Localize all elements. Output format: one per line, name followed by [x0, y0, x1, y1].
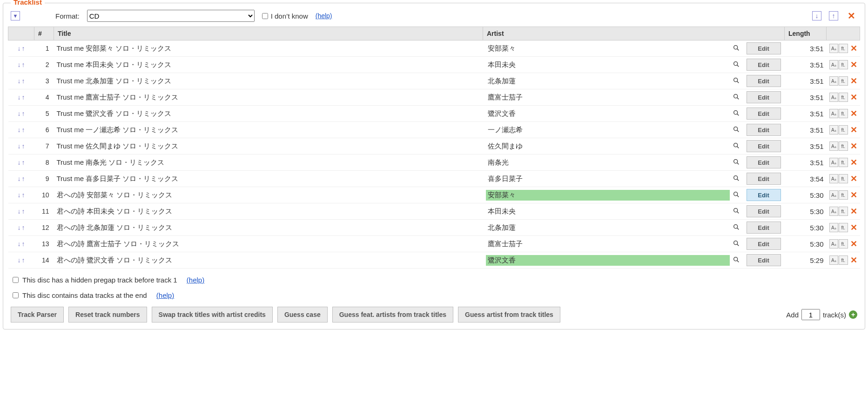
remove-disc-icon[interactable]: ✕ — [846, 10, 857, 21]
move-down-all-icon[interactable]: ↓ — [812, 11, 821, 20]
move-down-icon[interactable]: ↓ — [18, 191, 21, 199]
move-down-icon[interactable]: ↓ — [18, 224, 21, 231]
edit-button[interactable]: Edit — [747, 173, 781, 185]
track-length[interactable]: 3:51 — [785, 40, 827, 57]
move-down-icon[interactable]: ↓ — [18, 126, 21, 134]
move-down-icon[interactable]: ↓ — [18, 61, 21, 68]
artist-field[interactable]: 安部菜々 — [486, 190, 730, 201]
feat-button[interactable]: ft. — [839, 223, 848, 232]
artist-field[interactable]: 鷺沢文香 — [486, 108, 730, 119]
feat-button[interactable]: ft. — [839, 93, 848, 102]
search-icon[interactable] — [733, 142, 741, 150]
guess-case-button[interactable]: Guess case — [277, 307, 328, 323]
search-icon[interactable] — [733, 44, 741, 53]
feat-button[interactable]: ft. — [839, 125, 848, 134]
artist-field[interactable]: 喜多日菜子 — [486, 174, 730, 184]
delete-row-icon[interactable]: ✕ — [848, 76, 857, 86]
edit-button[interactable]: Edit — [747, 59, 781, 71]
edit-button[interactable]: Edit — [747, 124, 781, 136]
artist-field[interactable]: 南条光 — [486, 157, 730, 168]
case-button[interactable]: Aₐ — [829, 207, 839, 216]
move-up-icon[interactable]: ↑ — [22, 191, 25, 199]
case-button[interactable]: Aₐ — [829, 109, 839, 118]
move-up-icon[interactable]: ↑ — [22, 94, 25, 101]
case-button[interactable]: Aₐ — [829, 141, 839, 151]
search-icon[interactable] — [733, 158, 741, 167]
track-length[interactable]: 5:30 — [785, 187, 827, 203]
move-up-icon[interactable]: ↑ — [22, 175, 25, 182]
case-button[interactable]: Aₐ — [829, 174, 839, 183]
feat-button[interactable]: ft. — [839, 207, 848, 216]
pregap-help-link[interactable]: (help) — [187, 276, 204, 284]
collapse-button[interactable]: ▼ — [11, 11, 20, 20]
move-up-all-icon[interactable]: ↑ — [829, 11, 838, 20]
artist-field[interactable]: 安部菜々 — [486, 43, 730, 54]
datatrack-checkbox[interactable] — [13, 292, 19, 298]
reset-numbers-button[interactable]: Reset track numbers — [68, 307, 147, 323]
track-title[interactable]: 君への詩 本田未央 ソロ・リミックス — [54, 203, 483, 220]
search-icon[interactable] — [733, 256, 741, 264]
move-up-icon[interactable]: ↑ — [22, 256, 25, 264]
track-title[interactable]: Trust me 一ノ瀬志希 ソロ・リミックス — [54, 122, 483, 138]
track-title[interactable]: Trust me 佐久間まゆ ソロ・リミックス — [54, 138, 483, 155]
case-button[interactable]: Aₐ — [829, 239, 839, 249]
delete-row-icon[interactable]: ✕ — [848, 190, 857, 200]
feat-button[interactable]: ft. — [839, 44, 848, 53]
move-up-icon[interactable]: ↑ — [22, 110, 25, 117]
search-icon[interactable] — [733, 109, 741, 118]
delete-row-icon[interactable]: ✕ — [848, 108, 857, 119]
search-icon[interactable] — [733, 175, 741, 183]
delete-row-icon[interactable]: ✕ — [848, 157, 857, 168]
track-title[interactable]: 君への詩 鷹富士茄子 ソロ・リミックス — [54, 236, 483, 252]
move-up-icon[interactable]: ↑ — [22, 224, 25, 231]
edit-button[interactable]: Edit — [747, 254, 781, 266]
delete-row-icon[interactable]: ✕ — [848, 92, 857, 102]
track-title[interactable]: 君への詩 北条加蓮 ソロ・リミックス — [54, 220, 483, 236]
move-up-icon[interactable]: ↑ — [22, 77, 25, 85]
case-button[interactable]: Aₐ — [829, 60, 839, 69]
move-up-icon[interactable]: ↑ — [22, 142, 25, 150]
move-up-icon[interactable]: ↑ — [22, 45, 25, 52]
move-down-icon[interactable]: ↓ — [18, 77, 21, 85]
delete-row-icon[interactable]: ✕ — [848, 239, 857, 249]
move-down-icon[interactable]: ↓ — [18, 110, 21, 117]
edit-button[interactable]: Edit — [747, 222, 781, 234]
edit-button[interactable]: Edit — [747, 156, 781, 168]
add-count-input[interactable] — [801, 309, 820, 320]
feat-button[interactable]: ft. — [839, 109, 848, 118]
artist-field[interactable]: 佐久間まゆ — [486, 141, 730, 152]
move-up-icon[interactable]: ↑ — [22, 159, 25, 166]
move-down-icon[interactable]: ↓ — [18, 256, 21, 264]
pregap-checkbox[interactable] — [13, 277, 19, 283]
artist-field[interactable]: 鷹富士茄子 — [486, 239, 730, 249]
search-icon[interactable] — [733, 126, 741, 134]
track-title[interactable]: Trust me 本田未央 ソロ・リミックス — [54, 57, 483, 73]
case-button[interactable]: Aₐ — [829, 76, 839, 86]
track-length[interactable]: 3:54 — [785, 171, 827, 187]
track-title[interactable]: Trust me 喜多日菜子 ソロ・リミックス — [54, 171, 483, 187]
case-button[interactable]: Aₐ — [829, 44, 839, 53]
search-icon[interactable] — [733, 207, 741, 215]
track-title[interactable]: Trust me 南条光 ソロ・リミックス — [54, 155, 483, 171]
delete-row-icon[interactable]: ✕ — [848, 255, 857, 265]
swap-titles-button[interactable]: Swap track titles with artist credits — [152, 307, 273, 323]
move-up-icon[interactable]: ↑ — [22, 240, 25, 248]
edit-button[interactable]: Edit — [747, 140, 781, 152]
case-button[interactable]: Aₐ — [829, 158, 839, 167]
feat-button[interactable]: ft. — [839, 141, 848, 151]
case-button[interactable]: Aₐ — [829, 190, 839, 200]
track-length[interactable]: 5:30 — [785, 236, 827, 252]
move-down-icon[interactable]: ↓ — [18, 45, 21, 52]
track-length[interactable]: 3:51 — [785, 89, 827, 106]
case-button[interactable]: Aₐ — [829, 93, 839, 102]
artist-field[interactable]: 一ノ瀬志希 — [486, 125, 730, 135]
artist-field[interactable]: 鷹富士茄子 — [486, 92, 730, 103]
track-length[interactable]: 3:51 — [785, 138, 827, 155]
track-length[interactable]: 3:51 — [785, 122, 827, 138]
guess-feat-button[interactable]: Guess feat. artists from track titles — [332, 307, 453, 323]
feat-button[interactable]: ft. — [839, 239, 848, 249]
delete-row-icon[interactable]: ✕ — [848, 60, 857, 70]
track-title[interactable]: Trust me 鷺沢文香 ソロ・リミックス — [54, 106, 483, 122]
track-length[interactable]: 3:51 — [785, 155, 827, 171]
move-down-icon[interactable]: ↓ — [18, 159, 21, 166]
